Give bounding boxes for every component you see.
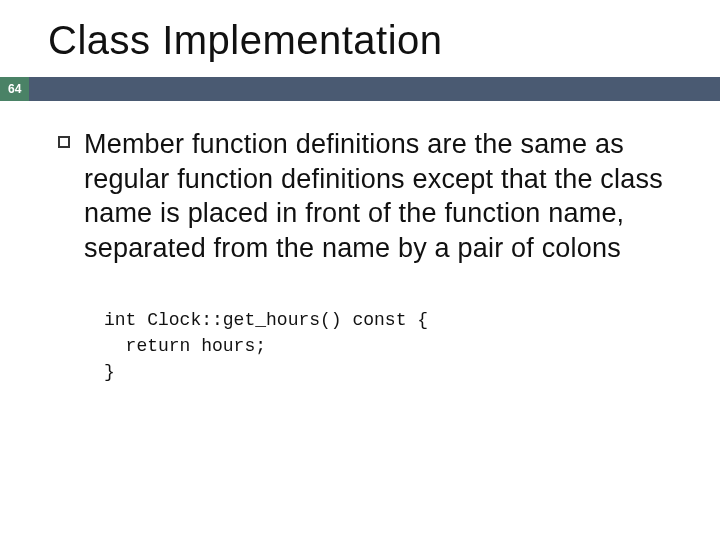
bullet-item: Member function definitions are the same… <box>58 127 668 265</box>
bullet-text: Member function definitions are the same… <box>84 127 668 265</box>
page-number-badge: 64 <box>0 77 29 101</box>
code-line: return hours; <box>104 336 266 356</box>
slide-body: Member function definitions are the same… <box>0 101 720 385</box>
header-stripe: 64 <box>0 77 720 101</box>
code-line: int Clock::get_hours() const { <box>104 310 428 330</box>
code-example: int Clock::get_hours() const { return ho… <box>104 307 668 385</box>
slide-title: Class Implementation <box>0 0 720 77</box>
code-line: } <box>104 362 115 382</box>
square-bullet-icon <box>58 136 70 148</box>
slide: Class Implementation 64 Member function … <box>0 0 720 540</box>
